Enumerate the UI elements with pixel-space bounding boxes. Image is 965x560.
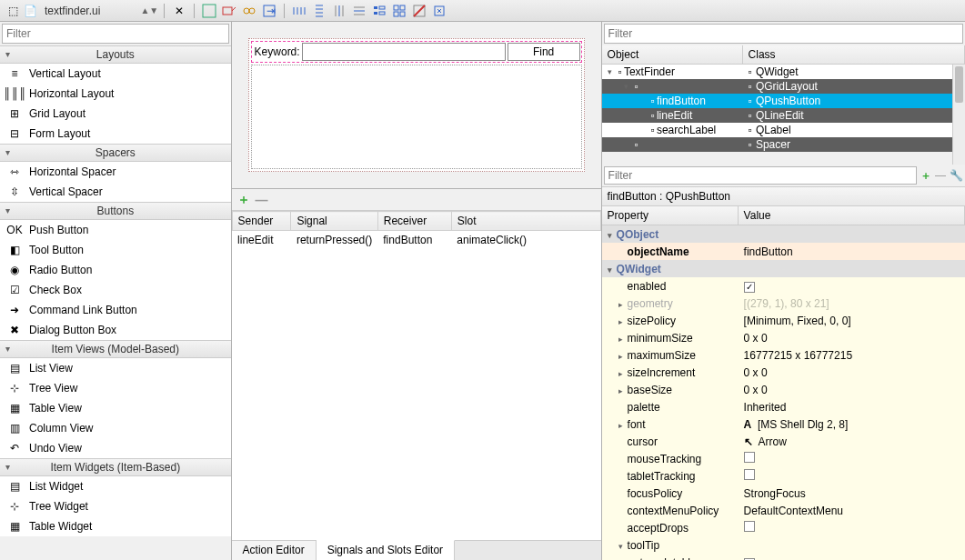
object-filter-input[interactable] <box>604 24 963 44</box>
tree-row[interactable]: ▾▫▫QGridLayout <box>602 79 965 94</box>
tree-row[interactable]: ▫▫Spacer <box>602 137 965 152</box>
textedit-widget[interactable] <box>251 65 582 169</box>
layout-v-icon[interactable] <box>310 2 328 20</box>
widget-item[interactable]: ◧Tool Button <box>0 240 231 260</box>
add-signal-icon[interactable]: ＋ <box>237 192 250 208</box>
edit-widgets-icon[interactable] <box>200 2 218 20</box>
section-buttons[interactable]: ▾Buttons <box>0 202 231 220</box>
layout-grid-icon[interactable] <box>390 2 408 20</box>
widget-item[interactable]: ↶Undo View <box>0 438 231 458</box>
property-row[interactable]: ▸geometry[(279, 1), 80 x 21] <box>602 295 965 312</box>
scrollbar[interactable] <box>952 65 965 165</box>
widget-item[interactable]: ➜Command Link Button <box>0 300 231 320</box>
property-row[interactable]: tabletTracking <box>602 467 965 485</box>
col-signal[interactable]: Signal <box>291 212 377 231</box>
lineedit-widget[interactable] <box>302 43 506 61</box>
section-itemwidgets[interactable]: ▾Item Widgets (Item-Based) <box>0 458 231 476</box>
property-row[interactable]: focusPolicyStrongFocus <box>602 485 965 502</box>
tree-row[interactable]: ▫searchLabel▫QLabel <box>602 123 965 137</box>
close-icon[interactable]: ✕ <box>170 2 188 20</box>
property-row[interactable]: paletteInherited <box>602 398 965 415</box>
property-row[interactable]: acceptDrops <box>602 519 965 536</box>
tree-row[interactable]: ▾▫TextFinder▫QWidget <box>602 65 965 79</box>
widget-item[interactable]: OKPush Button <box>0 220 231 240</box>
property-row[interactable]: ▸sizeIncrement0 x 0 <box>602 364 965 381</box>
break-layout-icon[interactable] <box>410 2 428 20</box>
edit-taborder-icon[interactable]: ⇥ <box>260 2 278 20</box>
col-receiver[interactable]: Receiver <box>377 212 451 231</box>
widget-item[interactable]: ✖Dialog Button Box <box>0 320 231 340</box>
signal-row[interactable]: lineEdit returnPressed() findButton anim… <box>232 231 600 250</box>
property-table[interactable]: ▾QObjectobjectNamefindButton▾QWidgetenab… <box>602 225 965 560</box>
widget-label: Table Widget <box>29 520 92 533</box>
section-itemviews[interactable]: ▾Item Views (Model-Based) <box>0 340 231 358</box>
layout-h-icon[interactable] <box>290 2 308 20</box>
property-row[interactable]: cursor↖ Arrow <box>602 433 965 450</box>
widget-item[interactable]: ⇿Horizontal Spacer <box>0 162 231 182</box>
property-row[interactable]: translatable✓ <box>602 554 965 560</box>
checkbox-icon[interactable] <box>744 452 755 463</box>
widget-item[interactable]: ▤List View <box>0 358 231 378</box>
widget-item[interactable]: ◉Radio Button <box>0 260 231 280</box>
widget-filter-input[interactable] <box>2 24 229 44</box>
add-property-icon[interactable]: ＋ <box>920 168 931 184</box>
col-property[interactable]: Property <box>602 206 739 225</box>
edit-buddies-icon[interactable] <box>240 2 258 20</box>
property-row[interactable]: enabled✓ <box>602 277 965 295</box>
form-preview[interactable]: Keyword: Find <box>248 38 585 172</box>
section-layouts[interactable]: ▾Layouts <box>0 45 231 64</box>
edit-signals-icon[interactable] <box>220 2 238 20</box>
widget-item[interactable]: ▤List Widget <box>0 476 231 496</box>
file-spinner[interactable]: ▲▼ <box>140 8 158 13</box>
property-row[interactable]: ▸sizePolicy[Minimum, Fixed, 0, 0] <box>602 312 965 329</box>
section-spacers[interactable]: ▾Spacers <box>0 144 231 162</box>
checkbox-icon[interactable] <box>744 469 755 480</box>
property-row[interactable]: objectNamefindButton <box>602 243 965 260</box>
find-button-widget[interactable]: Find <box>508 43 580 61</box>
property-group[interactable]: ▾QWidget <box>602 260 965 277</box>
widget-item[interactable]: ▦Table View <box>0 398 231 418</box>
widget-item[interactable]: ≡Vertical Layout <box>0 64 231 84</box>
property-row[interactable]: ▸fontA [MS Shell Dlg 2, 8] <box>602 415 965 433</box>
widget-item[interactable]: ║║║Horizontal Layout <box>0 84 231 104</box>
widget-item[interactable]: ⇳Vertical Spacer <box>0 182 231 202</box>
widget-item[interactable]: ☑Check Box <box>0 280 231 300</box>
tab-signals-editor[interactable]: Signals and Slots Editor <box>317 540 455 560</box>
checkbox-icon[interactable]: ✓ <box>744 282 755 293</box>
widget-item[interactable]: ⊹Tree View <box>0 378 231 398</box>
widget-item[interactable]: ⊹Tree Widget <box>0 496 231 516</box>
object-tree[interactable]: ▾▫TextFinder▫QWidget▾▫▫QGridLayout▫findB… <box>602 65 965 165</box>
property-group[interactable]: ▾QObject <box>602 225 965 243</box>
wrench-icon[interactable]: 🔧 <box>950 169 963 182</box>
checkbox-icon[interactable] <box>744 521 755 532</box>
remove-signal-icon[interactable]: — <box>256 193 268 207</box>
col-slot[interactable]: Slot <box>451 212 600 231</box>
layout-vsplit-icon[interactable] <box>350 2 368 20</box>
design-canvas[interactable]: Keyword: Find <box>232 22 601 188</box>
tree-row[interactable]: ▫findButton▫QPushButton <box>602 94 965 108</box>
col-value[interactable]: Value <box>739 206 965 225</box>
adjust-size-icon[interactable] <box>430 2 448 20</box>
signals-table[interactable]: Sender Signal Receiver Slot lineEdit ret… <box>232 211 601 249</box>
property-filter-input[interactable] <box>604 166 917 185</box>
property-row[interactable]: contextMenuPolicyDefaultContextMenu <box>602 502 965 519</box>
keyword-label[interactable]: Keyword: <box>253 44 300 60</box>
lock-icon[interactable]: ⬚ <box>4 2 22 20</box>
widget-item[interactable]: ▥Column View <box>0 418 231 438</box>
remove-property-icon[interactable]: — <box>935 169 946 182</box>
tree-row[interactable]: ▫lineEdit▫QLineEdit <box>602 108 965 123</box>
property-row[interactable]: ▾toolTip <box>602 536 965 554</box>
widget-item[interactable]: ▦Table Widget <box>0 516 231 536</box>
property-row[interactable]: ▸baseSize0 x 0 <box>602 381 965 398</box>
property-row[interactable]: ▸minimumSize0 x 0 <box>602 329 965 346</box>
col-sender[interactable]: Sender <box>232 212 291 231</box>
col-object[interactable]: Object <box>602 45 743 64</box>
col-class[interactable]: Class <box>743 45 965 64</box>
property-row[interactable]: ▸maximumSize16777215 x 16777215 <box>602 346 965 364</box>
layout-form-icon[interactable] <box>370 2 388 20</box>
tab-action-editor[interactable]: Action Editor <box>232 541 317 560</box>
widget-item[interactable]: ⊟Form Layout <box>0 124 231 144</box>
layout-hsplit-icon[interactable] <box>330 2 348 20</box>
widget-item[interactable]: ⊞Grid Layout <box>0 104 231 124</box>
property-row[interactable]: mouseTracking <box>602 450 965 467</box>
